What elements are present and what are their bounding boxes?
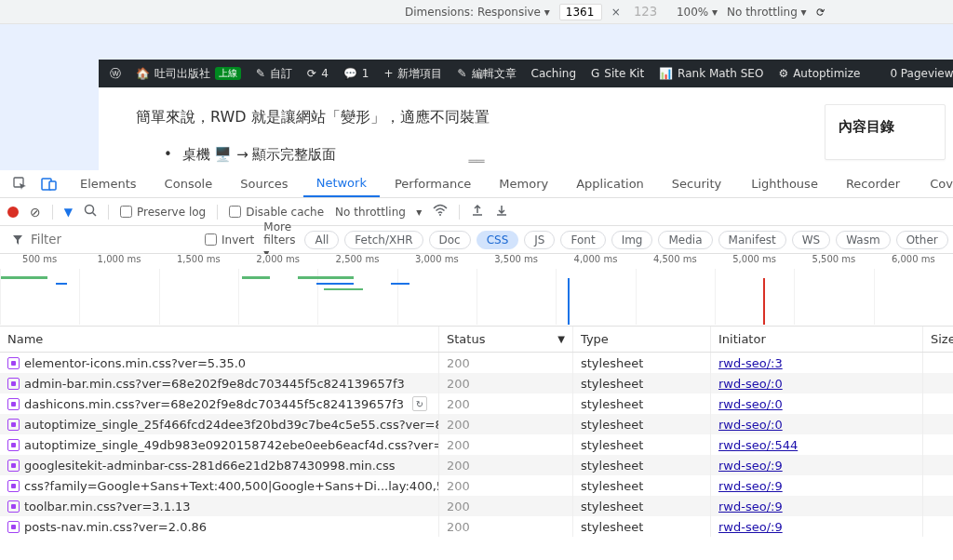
initiator-link[interactable]: rwd-seo/:0 bbox=[718, 397, 783, 411]
network-filter-row: Invert More filters All Fetch/XHR Doc CS… bbox=[0, 226, 953, 254]
table-row[interactable]: css?family=Google+Sans+Text:400,500|Goog… bbox=[0, 475, 953, 496]
chip-manifest[interactable]: Manifest bbox=[718, 231, 786, 249]
tab-lighthouse[interactable]: Lighthouse bbox=[738, 170, 831, 197]
cell-initiator: rwd-seo/:0 bbox=[711, 414, 923, 434]
wp-updates[interactable]: ⟳ 4 bbox=[307, 67, 329, 80]
wifi-icon[interactable] bbox=[433, 204, 448, 220]
table-row[interactable]: autoptimize_single_25f466fcd24dee3f20bd3… bbox=[0, 414, 953, 434]
invert-checkbox[interactable]: Invert bbox=[205, 233, 254, 247]
rotate-icon[interactable]: ⟳ bbox=[814, 4, 827, 20]
viewport-height-input[interactable] bbox=[630, 4, 667, 20]
clear-icon[interactable]: ⊘ bbox=[30, 205, 41, 220]
network-timeline[interactable]: 500 ms 1,000 ms 1,500 ms 2,000 ms 2,500 … bbox=[0, 254, 953, 327]
table-row[interactable]: posts-nav.min.css?ver=2.0.86200styleshee… bbox=[0, 516, 953, 537]
header-initiator[interactable]: Initiator bbox=[711, 327, 923, 352]
css-file-icon bbox=[7, 398, 20, 410]
tab-recorder[interactable]: Recorder bbox=[833, 170, 913, 197]
tab-network[interactable]: Network bbox=[303, 170, 380, 197]
chip-media[interactable]: Media bbox=[658, 231, 712, 249]
chip-doc[interactable]: Doc bbox=[429, 231, 471, 249]
tab-memory[interactable]: Memory bbox=[486, 170, 561, 197]
tab-coverage[interactable]: Coverage bbox=[917, 170, 953, 197]
viewport-throttling-dropdown[interactable]: No throttling bbox=[727, 6, 807, 19]
tab-application[interactable]: Application bbox=[563, 170, 657, 197]
wp-pageviews[interactable]: 0 Pageviews bbox=[890, 67, 953, 80]
download-icon[interactable] bbox=[495, 204, 508, 220]
initiator-link[interactable]: rwd-seo/:9 bbox=[718, 520, 783, 534]
cell-name: admin-bar.min.css?ver=68e202f9e8dc703445… bbox=[0, 373, 439, 393]
tl-segment bbox=[316, 283, 354, 285]
filter-icon[interactable]: ▼ bbox=[64, 206, 73, 219]
wp-rank-math[interactable]: 📊 Rank Math SEO bbox=[659, 67, 763, 80]
cell-type: stylesheet bbox=[573, 393, 711, 414]
cell-size bbox=[923, 455, 953, 475]
wp-site-kit[interactable]: G Site Kit bbox=[591, 67, 644, 80]
device-toggle-icon[interactable] bbox=[35, 170, 63, 197]
initiator-link[interactable]: rwd-seo/:544 bbox=[718, 438, 798, 452]
override-icon[interactable]: ↻ bbox=[412, 396, 427, 411]
tab-console[interactable]: Console bbox=[152, 170, 226, 197]
initiator-link[interactable]: rwd-seo/:0 bbox=[718, 418, 783, 432]
disable-cache-checkbox[interactable]: Disable cache bbox=[229, 206, 324, 219]
wp-autoptimize[interactable]: ⚙ Autoptimize bbox=[778, 67, 860, 80]
inspect-icon[interactable] bbox=[7, 170, 34, 197]
initiator-link[interactable]: rwd-seo/:9 bbox=[718, 459, 783, 473]
cell-type: stylesheet bbox=[573, 475, 711, 496]
chip-css[interactable]: CSS bbox=[476, 231, 519, 249]
device-viewport-bar: Dimensions: Responsive × 100% No throttl… bbox=[0, 0, 953, 24]
tab-security[interactable]: Security bbox=[659, 170, 734, 197]
cell-status: 200 bbox=[439, 475, 573, 496]
chip-img[interactable]: Img bbox=[611, 231, 653, 249]
wp-site-name[interactable]: 🏠 吐司出版社 上線 bbox=[136, 66, 241, 82]
preserve-log-checkbox[interactable]: Preserve log bbox=[120, 206, 206, 219]
wp-comments[interactable]: 💬 1 bbox=[343, 67, 369, 80]
cell-status: 200 bbox=[439, 455, 573, 475]
initiator-link[interactable]: rwd-seo/:9 bbox=[718, 500, 783, 513]
zoom-dropdown[interactable]: 100% bbox=[677, 6, 718, 19]
upload-icon[interactable] bbox=[471, 204, 484, 220]
table-row[interactable]: autoptimize_single_49db983e0920158742ebe… bbox=[0, 434, 953, 455]
cell-size bbox=[923, 353, 953, 373]
search-icon[interactable] bbox=[84, 204, 97, 220]
chip-fetch-xhr[interactable]: Fetch/XHR bbox=[344, 231, 423, 249]
header-type[interactable]: Type bbox=[573, 327, 711, 352]
chip-js[interactable]: JS bbox=[524, 231, 555, 249]
chip-all[interactable]: All bbox=[304, 231, 339, 249]
filter-input[interactable] bbox=[27, 230, 195, 249]
header-status[interactable]: Status▼ bbox=[439, 327, 573, 352]
tab-elements[interactable]: Elements bbox=[67, 170, 150, 197]
tab-performance[interactable]: Performance bbox=[382, 170, 484, 197]
wp-new[interactable]: + 新增項目 bbox=[383, 66, 442, 82]
record-icon[interactable] bbox=[7, 207, 19, 218]
tick: 3,000 ms bbox=[397, 254, 476, 271]
tick: 2,000 ms bbox=[238, 254, 317, 271]
initiator-link[interactable]: rwd-seo/:9 bbox=[718, 479, 783, 493]
wp-edit[interactable]: ✎ 編輯文章 bbox=[457, 66, 516, 82]
table-row[interactable]: admin-bar.min.css?ver=68e202f9e8dc703445… bbox=[0, 373, 953, 393]
svg-point-3 bbox=[85, 206, 93, 214]
filter-input-wrap[interactable] bbox=[7, 229, 195, 250]
wp-customize[interactable]: ✎ 自訂 bbox=[256, 66, 292, 82]
cell-name: autoptimize_single_49db983e0920158742ebe… bbox=[0, 434, 439, 455]
table-row[interactable]: dashicons.min.css?ver=68e202f9e8dc703445… bbox=[0, 393, 953, 414]
wp-logo-icon[interactable]: ⓦ bbox=[110, 66, 121, 82]
initiator-link[interactable]: rwd-seo/:3 bbox=[718, 356, 783, 370]
header-name[interactable]: Name bbox=[0, 327, 439, 352]
preview-bullet: 桌機 🖥️ → 顯示完整版面 bbox=[164, 146, 916, 164]
chip-font[interactable]: Font bbox=[560, 231, 605, 249]
chip-other[interactable]: Other bbox=[896, 231, 948, 249]
dimensions-dropdown[interactable]: Dimensions: Responsive bbox=[405, 6, 550, 19]
wp-caching[interactable]: Caching bbox=[531, 67, 577, 80]
table-row[interactable]: googlesitekit-adminbar-css-281d66e21d2b8… bbox=[0, 455, 953, 475]
table-row[interactable]: elementor-icons.min.css?ver=5.35.0200sty… bbox=[0, 353, 953, 373]
tab-sources[interactable]: Sources bbox=[227, 170, 301, 197]
initiator-link[interactable]: rwd-seo/:0 bbox=[718, 377, 783, 391]
viewport-width-input[interactable] bbox=[559, 4, 602, 20]
table-row[interactable]: toolbar.min.css?ver=3.1.13200stylesheetr… bbox=[0, 496, 953, 516]
throttling-dropdown[interactable]: No throttling ▾ bbox=[335, 206, 422, 219]
header-size[interactable]: Size bbox=[923, 327, 953, 352]
chip-ws[interactable]: WS bbox=[792, 231, 830, 249]
timeline-body[interactable] bbox=[0, 271, 953, 327]
chip-wasm[interactable]: Wasm bbox=[836, 231, 890, 249]
drag-handle-icon[interactable]: ══ bbox=[469, 153, 485, 168]
